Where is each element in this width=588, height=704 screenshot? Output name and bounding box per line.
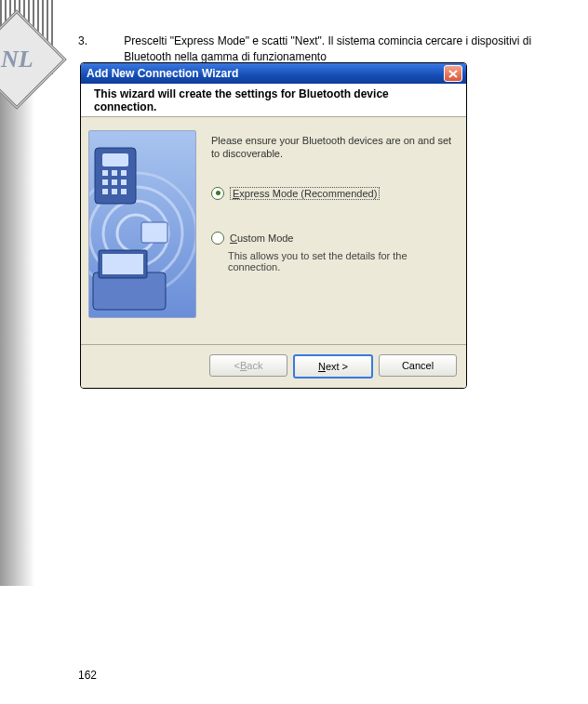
close-icon[interactable]	[444, 65, 462, 82]
cancel-button[interactable]: Cancel	[379, 354, 457, 377]
wizard-options: Please ensure your Bluetooth devices are…	[211, 130, 453, 318]
svg-rect-13	[112, 189, 117, 194]
window-titlebar[interactable]: Add New Connection Wizard	[81, 63, 466, 84]
page-number: 162	[78, 669, 97, 682]
svg-rect-15	[141, 222, 167, 243]
advice-text: Please ensure your Bluetooth devices are…	[211, 134, 453, 161]
label-text: xpress Mode (Recommended)	[239, 188, 377, 199]
radio-express-label: Express Mode (Recommended)	[230, 187, 380, 200]
window-title: Add New Connection Wizard	[87, 67, 444, 80]
svg-rect-12	[102, 189, 108, 194]
svg-rect-18	[102, 254, 143, 274]
svg-rect-10	[112, 179, 117, 185]
btn-rest: ack	[247, 360, 262, 371]
svg-rect-14	[121, 189, 127, 194]
radio-icon	[211, 187, 224, 200]
page-sidebar: NL	[0, 0, 58, 586]
mnemonic-underlined: B	[240, 360, 247, 371]
step-number: 3.	[78, 33, 121, 49]
radio-custom-label: Custom Mode	[230, 232, 293, 244]
radio-custom-mode[interactable]: Custom Mode	[211, 232, 453, 245]
svg-rect-8	[121, 170, 127, 176]
mnemonic-underlined: N	[318, 361, 326, 372]
wizard-illustration	[88, 130, 196, 318]
brand-logo-text: NL	[1, 46, 33, 73]
btn-rest: ext >	[326, 361, 348, 372]
wizard-header-text: This wizard will create the settings for…	[94, 87, 453, 113]
wizard-body: Please ensure your Bluetooth devices are…	[81, 117, 466, 344]
next-button[interactable]: Next >	[293, 354, 373, 379]
radio-icon	[211, 232, 224, 245]
radio-express-mode[interactable]: Express Mode (Recommended)	[211, 187, 453, 200]
svg-rect-9	[102, 179, 108, 185]
mnemonic-underlined: C	[230, 232, 237, 244]
svg-rect-5	[102, 153, 128, 166]
svg-rect-11	[121, 179, 127, 185]
wizard-footer: < Back Next > Cancel	[81, 344, 466, 388]
back-button: < Back	[209, 354, 287, 377]
label-text: ustom Mode	[237, 232, 294, 244]
svg-rect-6	[102, 170, 108, 176]
btn-label: Cancel	[402, 360, 434, 371]
svg-rect-7	[112, 170, 117, 176]
custom-mode-sublabel: This allows you to set the details for t…	[228, 250, 453, 272]
add-connection-wizard-window: Add New Connection Wizard This wizard wi…	[80, 62, 467, 389]
step-instruction: 3. Prescelti "Express Mode" e scatti "Ne…	[78, 33, 577, 65]
wizard-header: This wizard will create the settings for…	[81, 84, 466, 117]
step-text: Prescelti "Express Mode" e scatti "Next"…	[124, 33, 576, 65]
